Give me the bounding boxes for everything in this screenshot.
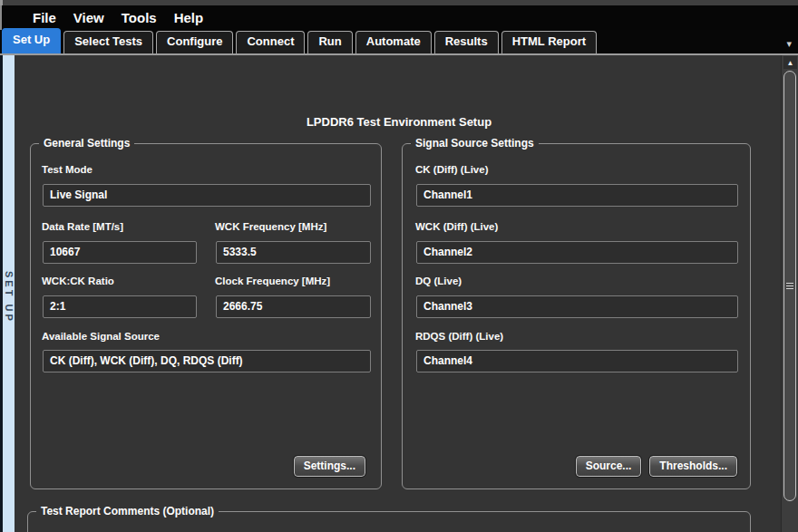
ck-channel-field[interactable]: Channel1 (416, 184, 738, 207)
tab-connect[interactable]: Connect (236, 31, 305, 53)
menu-bar: File View Tools Help (0, 5, 798, 30)
available-signal-source-label: Available Signal Source (42, 331, 160, 342)
wck-ck-ratio-label: WCK:CK Ratio (42, 276, 114, 286)
tab-set-up[interactable]: Set Up (2, 28, 61, 53)
test-report-comments-group-title: Test Report Comments (Optional) (36, 505, 219, 517)
tab-html-report[interactable]: HTML Report (501, 31, 597, 53)
rdqs-diff-live-label: RDQS (Diff) (Live) (415, 331, 503, 342)
test-mode-field[interactable]: Live Signal (43, 184, 371, 207)
scrollbar-thumb[interactable] (783, 71, 796, 501)
ck-diff-live-label: CK (Diff) (Live) (415, 164, 489, 175)
menu-help[interactable]: Help (174, 10, 204, 25)
clock-frequency-field[interactable]: 2666.75 (216, 295, 371, 318)
menu-file[interactable]: File (33, 10, 56, 25)
tab-run[interactable]: Run (307, 31, 352, 53)
tabbar-separator (0, 53, 798, 55)
menu-view[interactable]: View (73, 10, 104, 25)
tab-select-tests[interactable]: Select Tests (63, 31, 153, 53)
scrollbar-up-arrow-icon[interactable]: ▲ (783, 56, 797, 69)
general-settings-group: General Settings Test Mode Live Signal D… (30, 143, 382, 489)
tab-configure[interactable]: Configure (156, 31, 233, 53)
scrollbar-grip-icon (786, 283, 793, 289)
page-title: LPDDR6 Test Environment Setup (91, 115, 707, 129)
test-mode-label: Test Mode (42, 164, 92, 175)
data-rate-label: Data Rate [MT/s] (42, 221, 123, 232)
dq-channel-field[interactable]: Channel3 (416, 295, 738, 318)
thresholds-button[interactable]: Thresholds... (649, 456, 737, 477)
clock-frequency-label: Clock Frequency [MHz] (215, 276, 330, 286)
available-signal-source-field[interactable]: CK (Diff), WCK (Diff), DQ, RDQS (Diff) (43, 350, 371, 372)
general-settings-group-title: General Settings (39, 137, 134, 150)
vertical-scrollbar[interactable]: ▲ (781, 55, 798, 532)
wck-diff-live-label: WCK (Diff) (Live) (415, 221, 498, 232)
wck-frequency-field[interactable]: 5333.5 (216, 241, 371, 264)
tab-bar: Set Up Select Tests Configure Connect Ru… (0, 30, 798, 53)
tab-overflow-chevron-icon[interactable]: ▾ (786, 38, 792, 50)
source-button[interactable]: Source... (576, 456, 642, 477)
wck-ck-ratio-field[interactable]: 2:1 (43, 295, 197, 318)
test-report-comments-group: Test Report Comments (Optional) (27, 511, 751, 532)
menu-tools[interactable]: Tools (122, 10, 157, 25)
side-tab-label: SET UP (3, 271, 15, 324)
dq-live-label: DQ (Live) (415, 276, 462, 286)
tab-automate[interactable]: Automate (355, 31, 432, 53)
wck-frequency-label: WCK Frequency [MHz] (215, 221, 326, 232)
signal-buttons-row: Source... Thresholds... (576, 456, 737, 477)
settings-button[interactable]: Settings... (294, 456, 365, 477)
wck-channel-field[interactable]: Channel2 (416, 241, 738, 264)
signal-source-settings-group: Signal Source Settings CK (Diff) (Live) … (402, 143, 751, 489)
side-tab-set-up[interactable]: SET UP (3, 55, 15, 532)
rdqs-channel-field[interactable]: Channel4 (416, 350, 738, 372)
signal-source-settings-group-title: Signal Source Settings (411, 137, 539, 150)
data-rate-field[interactable]: 10667 (43, 241, 197, 264)
setup-page: LPDDR6 Test Environment Setup General Se… (0, 55, 798, 532)
tab-results[interactable]: Results (434, 31, 499, 53)
